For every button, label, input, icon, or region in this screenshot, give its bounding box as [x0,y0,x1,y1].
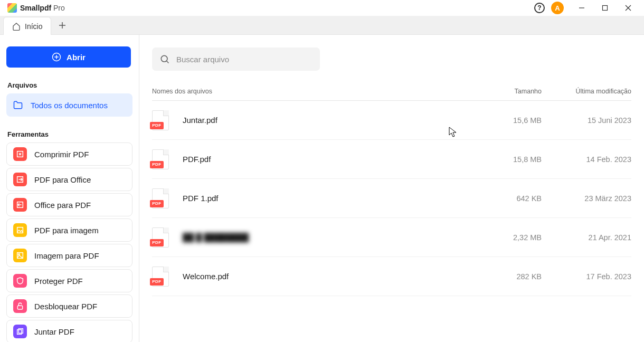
file-size: 282 KB [468,272,542,281]
file-name: Juntar.pdf [183,116,468,125]
plus-circle-icon [52,52,61,62]
main-panel: Nomes dos arquivos Tamanho Última modifi… [139,35,644,342]
open-label: Abrir [67,53,86,62]
window-controls [570,1,640,15]
tab-label: Início [25,22,42,31]
sidebar-item-office-to-pdf[interactable]: Office para PDF [6,193,132,216]
svg-rect-12 [17,227,23,233]
table-row[interactable]: PDFWelcome.pdf282 KB17 Feb. 2023 [152,257,631,296]
file-modified: 17 Feb. 2023 [542,272,631,281]
section-title-tools: Ferramentas [6,130,132,138]
merge-icon [13,325,27,338]
file-table: Nomes dos arquivos Tamanho Última modifi… [152,88,631,296]
sidebar: Abrir Arquivos Todos os documentos Ferra… [0,35,139,342]
table-row[interactable]: PDFPDF 1.pdf642 KB23 März 2023 [152,179,631,218]
sidebar-item-unlock[interactable]: Desbloquear PDF [6,294,132,318]
file-name: Welcome.pdf [183,272,468,281]
svg-line-19 [167,61,169,63]
close-icon [625,5,631,11]
pdf-file-icon: PDF [152,188,170,208]
app-name: Smallpdf [20,4,51,12]
pdf-file-icon: PDF [152,267,170,287]
file-size: 642 KB [468,194,542,203]
sidebar-item-label: PDF para imagem [34,226,99,235]
pdf-file-icon: PDF [152,110,170,130]
sidebar-item-pdf-to-office[interactable]: PDF para Office [6,168,132,191]
pdf-to-image-icon [13,223,27,237]
new-tab-button[interactable] [54,17,70,33]
table-row[interactable]: PDFPDF.pdf15,8 MB14 Feb. 2023 [152,140,631,179]
app-title: Smallpdf Pro [20,4,65,12]
window-minimize-button[interactable] [570,1,593,15]
user-avatar[interactable]: A [551,2,564,14]
file-size: 2,32 MB [468,233,542,242]
search-input[interactable] [176,55,312,64]
maximize-icon [602,5,608,11]
table-header: Nomes dos arquivos Tamanho Última modifi… [152,88,631,101]
open-button[interactable]: Abrir [6,46,131,68]
file-name: ██ █ ████████ [183,233,468,242]
sidebar-item-all-documents[interactable]: Todos os documentos [6,93,132,117]
window-maximize-button[interactable] [593,1,617,15]
sidebar-item-label: Comprimir PDF [34,150,89,159]
app-edition: Pro [53,4,65,12]
svg-rect-15 [17,306,22,309]
sidebar-item-label: Imagem para PDF [34,251,99,260]
tab-home[interactable]: Início [3,17,51,35]
pdf-badge: PDF [150,122,164,129]
file-name: PDF.pdf [183,155,468,164]
sidebar-item-label: Proteger PDF [34,277,83,286]
help-button[interactable]: ? [534,3,545,13]
unlock-icon [13,299,27,313]
svg-rect-1 [603,6,608,11]
pdf-badge: PDF [150,161,164,168]
sidebar-item-label: Office para PDF [34,201,91,210]
search-box[interactable] [152,48,320,71]
svg-point-18 [161,55,167,62]
pdf-badge: PDF [150,278,164,286]
compress-icon [13,147,27,161]
pdf-badge: PDF [150,200,164,207]
sidebar-item-merge[interactable]: Juntar PDF [6,320,132,342]
file-modified: 14 Feb. 2023 [542,155,631,164]
plus-icon [59,22,66,29]
tabbar: Início [0,16,644,35]
sidebar-item-label: PDF para Office [34,175,91,184]
section-title-files: Arquivos [6,81,132,89]
minimize-icon [579,5,585,11]
pdf-badge: PDF [150,239,164,246]
table-row[interactable]: PDF██ █ ████████2,32 MB21 Apr. 2021 [152,218,631,257]
sidebar-item-image-to-pdf[interactable]: Imagem para PDF [6,244,132,267]
titlebar: Smallpdf Pro ? A [0,0,644,16]
app-logo-group: Smallpdf Pro [7,3,65,13]
file-modified: 23 März 2023 [542,194,631,203]
sidebar-item-label: Juntar PDF [34,327,74,336]
sidebar-item-pdf-to-image[interactable]: PDF para imagem [6,218,132,242]
file-size: 15,6 MB [468,116,542,125]
file-modified: 21 Apr. 2021 [542,233,631,242]
table-row[interactable]: PDFJuntar.pdf15,6 MB15 Juni 2023 [152,101,631,140]
sidebar-item-compress[interactable]: Comprimir PDF [6,142,132,166]
home-icon [12,22,21,31]
pdf-to-office-icon [13,173,27,186]
search-icon [159,54,170,64]
file-size: 15,8 MB [468,155,542,164]
sidebar-item-protect[interactable]: Proteger PDF [6,269,132,292]
svg-point-14 [18,254,20,255]
header-modified[interactable]: Última modificação [542,88,631,95]
pdf-file-icon: PDF [152,227,170,248]
smallpdf-logo-icon [7,3,17,13]
header-filename[interactable]: Nomes dos arquivos [152,88,468,95]
office-to-pdf-icon [13,198,27,212]
shield-icon [13,274,27,288]
image-to-pdf-icon [13,249,27,262]
file-name: PDF 1.pdf [183,194,468,203]
header-size[interactable]: Tamanho [468,88,542,95]
pdf-file-icon: PDF [152,149,170,169]
file-modified: 15 Juni 2023 [542,116,631,125]
window-close-button[interactable] [617,1,640,15]
sidebar-item-label: Todos os documentos [31,101,108,110]
folder-icon [13,100,23,110]
sidebar-item-label: Desbloquear PDF [34,302,97,311]
